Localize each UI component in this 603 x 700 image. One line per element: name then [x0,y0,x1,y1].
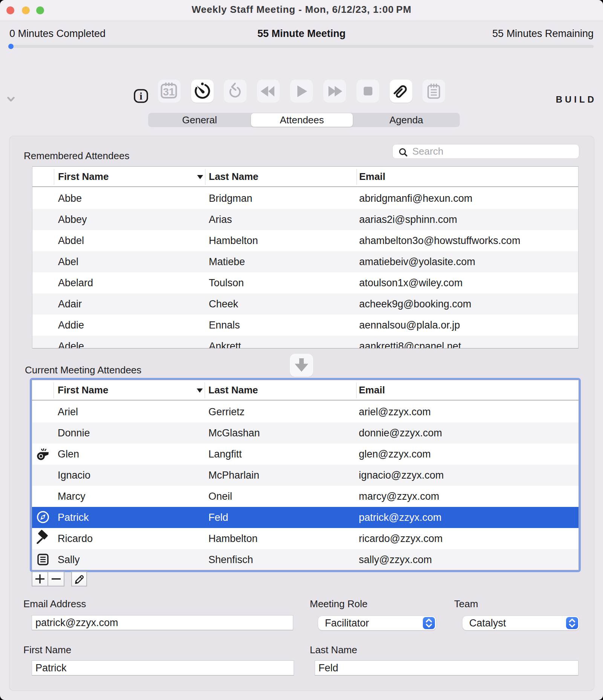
svg-text:31: 31 [163,86,174,98]
svg-text:i: i [139,91,142,102]
